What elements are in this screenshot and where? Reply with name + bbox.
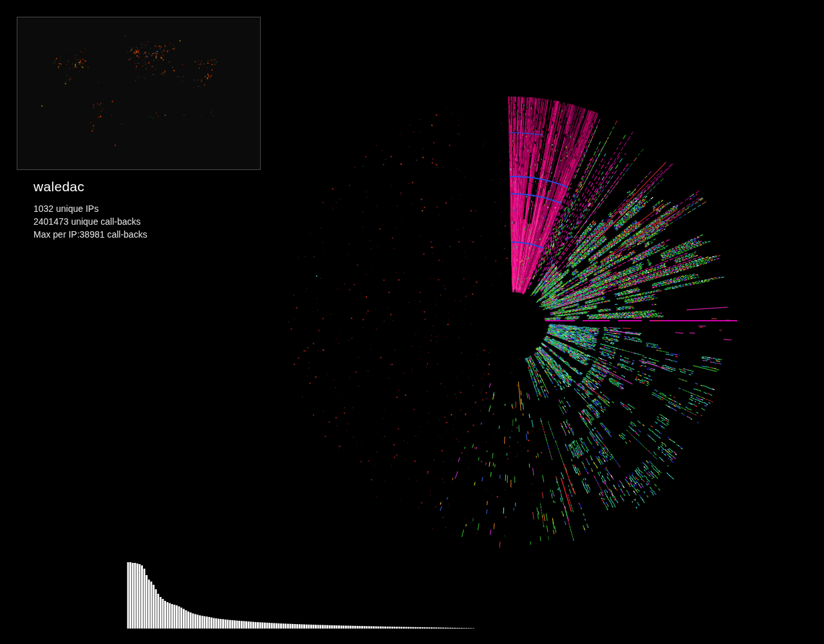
botnet-info-block: waledac 1032 unique IPs 2401473 unique c… bbox=[33, 179, 147, 241]
stat-unique-callbacks: 2401473 unique call-backs bbox=[33, 215, 147, 228]
botnet-name-title: waledac bbox=[33, 179, 147, 194]
page-background: waledac 1032 unique IPs 2401473 unique c… bbox=[0, 0, 824, 644]
botnet-callback-visualization-canvas bbox=[0, 0, 824, 644]
stat-max-per-ip: Max per IP:38981 call-backs bbox=[33, 228, 147, 241]
stat-unique-ips: 1032 unique IPs bbox=[33, 202, 147, 215]
